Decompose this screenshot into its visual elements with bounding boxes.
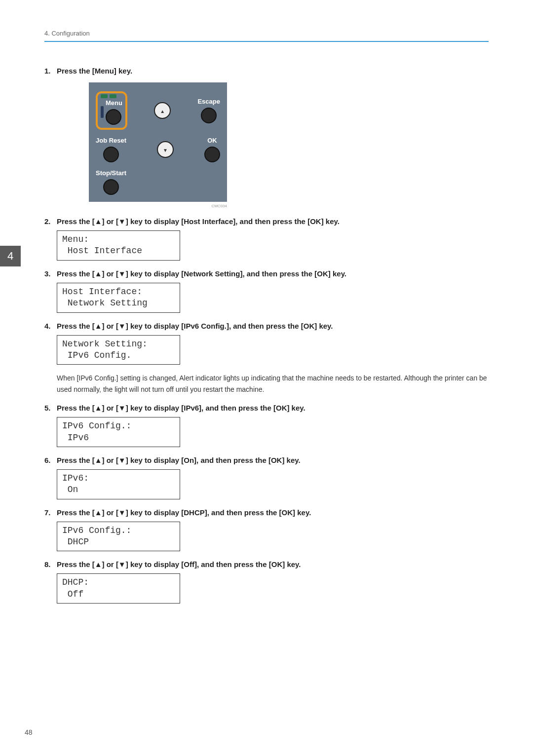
step-instruction: Press the [▲] or [▼] key to display [Hos… — [57, 217, 340, 226]
step-num: 4. — [44, 322, 57, 330]
stop-start-label: Stop/Start — [96, 169, 126, 177]
step-4: 4.Press the [▲] or [▼] key to display [I… — [44, 322, 489, 395]
printer-panel-illustration: Menu Escape Job Reset — [89, 82, 227, 208]
step-instruction: Press the [▲] or [▼] key to display [Off… — [57, 560, 301, 568]
indicator-light — [101, 94, 108, 98]
step-num: 3. — [44, 269, 57, 278]
lcd-display: IPv6 Config.: IPv6 — [57, 417, 180, 447]
step-3: 3.Press the [▲] or [▼] key to display [N… — [44, 269, 489, 313]
step-5: 5.Press the [▲] or [▼] key to display [I… — [44, 404, 489, 447]
header-divider — [44, 41, 489, 42]
step-4-body: When [IPv6 Config.] setting is changed, … — [57, 373, 489, 395]
step-instruction: Press the [▲] or [▼] key to display [On]… — [57, 456, 301, 464]
lcd-display: Network Setting: IPv6 Config. — [57, 335, 180, 365]
step-num: 2. — [44, 217, 57, 226]
step-8: 8.Press the [▲] or [▼] key to display [O… — [44, 560, 489, 604]
step-1: 1.Press the [Menu] key. Menu — [44, 67, 489, 208]
step-instruction: Press the [▲] or [▼] key to display [DHC… — [57, 508, 311, 517]
step-num: 6. — [44, 456, 57, 464]
menu-label: Menu — [106, 99, 122, 107]
lcd-display: IPv6 Config.: DHCP — [57, 522, 180, 552]
step-num: 7. — [44, 508, 57, 517]
page-number: 48 — [25, 728, 33, 736]
section-tab: 4 — [0, 246, 21, 266]
step-2: 2.Press the [▲] or [▼] key to display [H… — [44, 217, 489, 261]
indicator-row — [101, 94, 122, 98]
cmc-label: CMC034 — [89, 204, 227, 208]
job-reset-label: Job Reset — [96, 137, 126, 144]
lcd-display: DHCP: Off — [57, 573, 180, 604]
step-instruction: Press the [▲] or [▼] key to display [IPv… — [57, 322, 333, 330]
menu-button-group: Menu — [101, 94, 122, 125]
menu-button: Menu — [106, 99, 122, 125]
lcd-display: IPv6: On — [57, 469, 180, 499]
job-reset-button-group: Job Reset — [96, 137, 126, 162]
menu-button-highlight: Menu — [96, 91, 127, 130]
step-3-text: 3.Press the [▲] or [▼] key to display [N… — [44, 269, 489, 278]
lcd-display: Host Interface: Network Setting — [57, 283, 180, 313]
ok-button-group: OK — [204, 137, 220, 162]
step-7: 7.Press the [▲] or [▼] key to display [D… — [44, 508, 489, 552]
indicator-light — [110, 94, 116, 98]
ok-label: OK — [207, 137, 217, 144]
step-num: 8. — [44, 560, 57, 568]
step-4-text: 4.Press the [▲] or [▼] key to display [I… — [44, 322, 489, 330]
lcd-display: Menu: Host Interface — [57, 230, 180, 261]
up-arrow-button — [154, 102, 171, 119]
stop-start-button-circle — [103, 179, 119, 195]
panel-row-3: Stop/Start — [96, 169, 220, 195]
step-1-text: 1.Press the [Menu] key. — [44, 67, 489, 75]
control-panel: Menu Escape Job Reset — [89, 82, 227, 202]
panel-row-1: Menu Escape — [96, 91, 220, 130]
step-7-text: 7.Press the [▲] or [▼] key to display [D… — [44, 508, 489, 517]
menu-button-circle — [106, 109, 121, 125]
down-arrow-icon — [163, 146, 168, 153]
down-arrow-button — [157, 141, 174, 158]
step-instruction: Press the [Menu] key. — [57, 67, 132, 75]
up-arrow-icon — [160, 107, 165, 114]
stop-start-button-group: Stop/Start — [96, 169, 126, 195]
step-num: 5. — [44, 404, 57, 412]
step-6: 6.Press the [▲] or [▼] key to display [O… — [44, 456, 489, 499]
escape-button-group: Escape — [197, 98, 220, 123]
step-num: 1. — [44, 67, 57, 75]
step-instruction: Press the [▲] or [▼] key to display [Net… — [57, 269, 346, 278]
step-8-text: 8.Press the [▲] or [▼] key to display [O… — [44, 560, 489, 568]
escape-button-circle — [201, 108, 217, 123]
step-2-text: 2.Press the [▲] or [▼] key to display [H… — [44, 217, 489, 226]
escape-label: Escape — [197, 98, 220, 105]
step-5-text: 5.Press the [▲] or [▼] key to display [I… — [44, 404, 489, 412]
job-reset-button-circle — [103, 147, 119, 162]
step-6-text: 6.Press the [▲] or [▼] key to display [O… — [44, 456, 489, 464]
panel-row-2: Job Reset OK — [96, 137, 220, 162]
indicator-bar — [101, 106, 104, 118]
ok-button-circle — [204, 147, 220, 162]
chapter-header: 4. Configuration — [44, 30, 489, 37]
step-instruction: Press the [▲] or [▼] key to display [IPv… — [57, 404, 305, 412]
